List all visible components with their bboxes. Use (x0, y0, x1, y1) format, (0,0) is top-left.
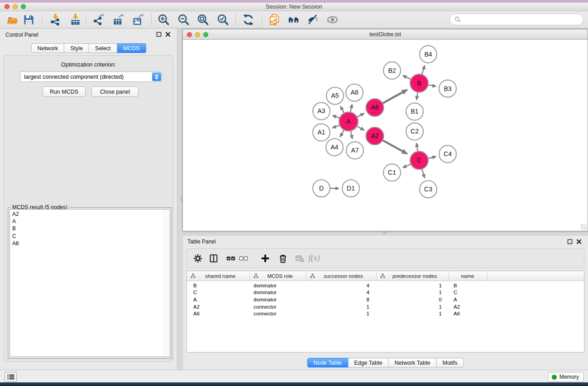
home-button[interactable] (286, 13, 301, 27)
hide-details-eye-icon (306, 14, 319, 26)
node-C[interactable]: C (410, 151, 428, 169)
node-C4[interactable]: C4 (439, 145, 456, 162)
control-panel-tabs: NetworkStyleSelectMCDS (31, 43, 146, 53)
edge-C-C3[interactable] (421, 168, 425, 178)
column-header-shared-name[interactable]: shared name (187, 271, 250, 281)
edge-B-B2[interactable] (403, 76, 412, 80)
column-header-successor-nodes[interactable]: successor nodes (306, 271, 377, 281)
node-A3[interactable]: A3 (313, 103, 330, 120)
result-item[interactable]: A (12, 218, 163, 225)
export-table-button[interactable] (111, 13, 125, 27)
node-C3[interactable]: C3 (420, 181, 437, 198)
node-A[interactable]: A (339, 112, 358, 131)
refresh-button[interactable] (241, 13, 255, 27)
result-item[interactable]: A6 (12, 240, 163, 247)
open-session-button[interactable] (5, 13, 19, 27)
edge-A6-B[interactable] (382, 90, 407, 104)
zoom-selected-button[interactable] (215, 13, 230, 27)
float-panel-button[interactable] (156, 32, 162, 38)
table-row[interactable]: Cdominator41C (187, 289, 584, 296)
node-D1[interactable]: D1 (342, 180, 359, 197)
table-row[interactable]: A6connector11A6 (187, 310, 584, 317)
horizontal-splitter-grip[interactable] (383, 232, 387, 234)
deselect-all-button[interactable] (237, 252, 250, 265)
node-B[interactable]: B (410, 74, 428, 92)
table-row[interactable]: Adominator80A (187, 296, 584, 303)
close-table-panel-button[interactable] (576, 239, 582, 245)
tab-motifs[interactable]: Motifs (436, 358, 464, 367)
import-table-button[interactable] (68, 13, 82, 27)
node-A8[interactable]: A8 (346, 84, 363, 101)
edge-C-C2[interactable] (416, 143, 418, 152)
node-A2[interactable]: A2 (366, 127, 384, 145)
node-B3[interactable]: B3 (439, 80, 456, 97)
import-network-button[interactable] (48, 13, 62, 27)
criterion-select[interactable]: largest connected component (directed) (20, 71, 162, 82)
node-B4[interactable]: B4 (420, 46, 437, 63)
gear-icon (193, 253, 203, 263)
result-item[interactable]: C (12, 233, 163, 240)
task-history-button[interactable] (5, 372, 17, 382)
save-session-button[interactable] (21, 13, 36, 27)
node-B1[interactable]: B1 (406, 103, 423, 120)
select-all-button[interactable] (224, 252, 238, 265)
column-header-mcds-role[interactable]: MCDS role (250, 271, 306, 281)
search-box[interactable] (449, 14, 583, 25)
svg-text:A5: A5 (331, 92, 339, 100)
add-column-button[interactable] (258, 252, 272, 265)
delete-column-button[interactable] (293, 252, 306, 265)
close-panel-button[interactable] (165, 32, 171, 38)
tab-network[interactable]: Network (31, 43, 64, 53)
node-A7[interactable]: A7 (346, 142, 363, 159)
run-mcds-button[interactable]: Run MCDS (43, 86, 86, 97)
tab-edge-table[interactable]: Edge Table (348, 358, 388, 367)
result-item[interactable]: B (12, 225, 163, 232)
memory-button[interactable]: Memory (548, 372, 584, 382)
show-columns-button[interactable] (207, 252, 220, 265)
tab-network-table[interactable]: Network Table (389, 358, 437, 367)
node-C2[interactable]: C2 (406, 123, 423, 140)
edge-C-C4[interactable] (427, 157, 436, 158)
export-image-button[interactable] (131, 13, 145, 27)
edge-C-C1[interactable] (403, 164, 412, 168)
column-header-predecessor-nodes[interactable]: predecessor nodes (377, 271, 449, 281)
table-row[interactable]: A2connector11A2 (187, 303, 584, 310)
node-A1[interactable]: A1 (313, 124, 330, 141)
node-C1[interactable]: C1 (383, 164, 401, 181)
select-stepper-icon (152, 72, 161, 81)
edge-A-A7[interactable] (350, 130, 352, 139)
function-builder-button[interactable]: f(x) (307, 252, 321, 265)
close-panel-button-2[interactable]: Close panel (91, 86, 139, 97)
node-A6[interactable]: A6 (366, 99, 384, 116)
network-canvas[interactable]: B4B2BB3A8A5A6B1A3AA1C2A2A4A7C4CC1C3DD1 (183, 40, 588, 231)
hide-graphics-details-button[interactable] (305, 13, 320, 27)
node-A4[interactable]: A4 (326, 138, 343, 156)
table-options-button[interactable] (191, 252, 205, 265)
result-item[interactable]: A2 (12, 210, 163, 218)
table-toolbar: f(x) (186, 248, 584, 268)
node-B2[interactable]: B2 (383, 62, 401, 79)
delete-values-button[interactable] (276, 252, 290, 265)
node-A5[interactable]: A5 (326, 87, 344, 105)
tab-style[interactable]: Style (64, 43, 89, 53)
svg-text:C3: C3 (424, 186, 432, 193)
column-header-name[interactable]: name (449, 271, 488, 281)
tab-mcds[interactable]: MCDS (117, 43, 146, 53)
result-scrollbar[interactable] (164, 210, 170, 357)
edge-A2-C[interactable] (382, 140, 407, 154)
table-row[interactable]: Bdominator41B (187, 282, 584, 289)
tab-node-table[interactable]: Node Table (307, 358, 348, 367)
tab-select[interactable]: Select (89, 43, 117, 53)
zoom-fit-button[interactable] (196, 13, 210, 27)
show-view-button[interactable] (325, 13, 339, 27)
float-table-panel-button[interactable] (567, 239, 573, 245)
export-network-button[interactable] (91, 13, 106, 27)
zoom-out-button[interactable] (176, 13, 191, 27)
new-session-from-network-button[interactable] (267, 13, 282, 27)
search-input[interactable] (464, 16, 578, 23)
edge-B-B4[interactable] (421, 66, 425, 76)
mcds-result-list[interactable]: A2ABCA6 (10, 209, 170, 357)
window-resize-grip[interactable] (581, 224, 587, 230)
zoom-in-button[interactable] (156, 13, 171, 27)
node-D[interactable]: D (313, 180, 330, 197)
